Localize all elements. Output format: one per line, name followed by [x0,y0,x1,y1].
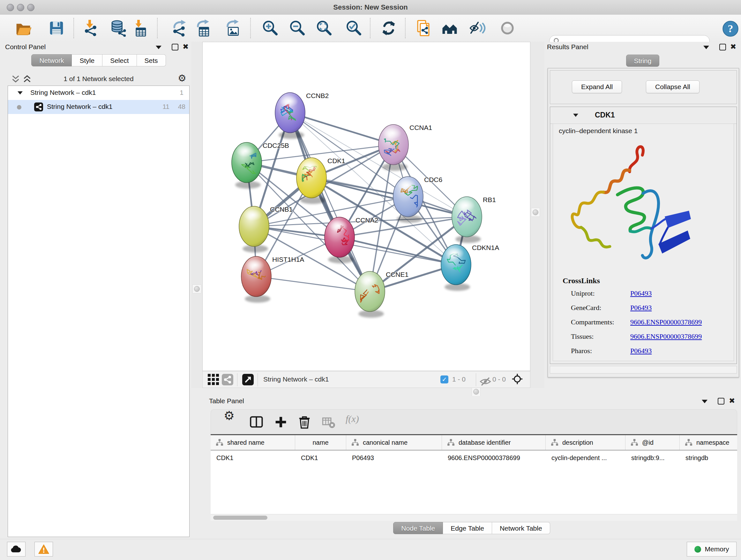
column-header[interactable]: canonical name [346,435,442,450]
crosslink-link[interactable]: 9606.ENSP00000378699 [630,318,702,326]
cell-shared-name[interactable]: CDK1 [211,450,295,465]
import-table-icon[interactable] [131,19,148,37]
cloud-button[interactable] [7,542,25,557]
panel-menu-icon[interactable] [703,46,709,49]
network-node-RB1[interactable] [452,197,482,243]
tab-edge-table[interactable]: Edge Table [443,522,492,534]
network-node-CDC25B[interactable] [232,142,262,189]
tab-network[interactable]: Network [31,54,72,66]
network-node-CCNB2[interactable] [275,92,305,139]
warnings-button[interactable] [35,542,53,557]
crosslink-link[interactable]: P06493 [630,289,652,298]
column-header[interactable]: @id [625,435,680,450]
import-network-file-icon[interactable] [82,19,99,37]
collapse-triangle-icon[interactable] [17,91,23,95]
network-node-HIST1H1A[interactable] [241,256,271,303]
zoom-in-icon[interactable] [261,19,279,37]
panel-float-icon[interactable] [718,398,724,405]
crosslink-link[interactable]: 9606.ENSP00000378699 [630,332,702,341]
tab-network-table[interactable]: Network Table [492,522,550,534]
table-row[interactable]: CDK1 CDK1 P06493 9606.ENSP00000378699 cy… [211,450,737,465]
help-icon[interactable]: ? [722,20,738,36]
zoom-selected-icon[interactable] [345,19,362,37]
birdseye-crosshair-icon[interactable] [512,373,524,386]
column-header[interactable]: shared name [211,435,295,450]
cell-id[interactable]: stringdb:9... [625,450,680,465]
export-table-icon[interactable] [195,19,212,37]
panel-menu-icon[interactable] [156,46,161,49]
scrollbar-thumb[interactable] [213,516,267,520]
save-session-icon[interactable] [48,19,65,37]
collapse-triangle-icon[interactable] [573,114,578,117]
crosslink-row: Tissues: 9606.ENSP00000378699 [571,332,594,341]
toolbar-separator [73,18,74,38]
panel-float-icon[interactable] [719,44,726,51]
zoom-out-icon[interactable] [288,19,306,37]
network-node-CCNB1[interactable] [239,206,269,253]
splitter-handle[interactable] [531,208,540,217]
tab-select[interactable]: Select [103,54,137,66]
export-image-icon[interactable] [225,19,242,37]
panel-close-icon[interactable]: ✖ [729,396,735,405]
memory-button[interactable]: Memory [687,542,737,557]
add-column-icon[interactable] [274,415,287,429]
copy-session-icon[interactable] [415,19,432,37]
open-folder-icon[interactable] [15,19,32,37]
network-collection-row[interactable]: String Network – cdk1 1 [8,86,189,100]
refresh-icon[interactable] [380,19,397,37]
column-header[interactable]: database identifier [442,435,546,450]
zoom-fit-icon[interactable] [315,19,333,37]
table-panel-header: Table Panel ✖ [202,396,741,407]
cell-description[interactable]: cyclin-dependent ... [546,450,625,465]
splitter-handle[interactable] [472,387,481,396]
crosslink-label: Compartments: [571,318,614,326]
network-canvas[interactable]: CCNB2CCNA1CDC25BCDK1CDC6RB1CCNB1CCNA2CDK… [202,42,530,371]
panel-float-icon[interactable] [172,44,179,51]
panel-close-icon[interactable]: ✖ [183,42,189,51]
home-icon[interactable] [441,19,458,37]
network-edge[interactable] [256,276,370,292]
network-icon [34,103,43,111]
cell-canonical-name[interactable]: P06493 [346,450,442,465]
export-network-icon[interactable] [171,19,188,37]
import-network-database-icon[interactable] [109,19,126,37]
table-horizontal-scrollbar[interactable] [211,514,737,521]
panel-menu-icon[interactable] [702,400,708,403]
network-edge[interactable] [340,237,456,265]
expand-all-button[interactable]: Expand All [572,80,622,93]
right-splitter[interactable] [530,42,544,388]
network-options-gear-icon[interactable]: ⚙ [178,73,186,83]
column-header[interactable]: namespace [680,435,737,450]
network-row-selected[interactable]: String Network – cdk1 11 48 [8,100,189,114]
tab-node-table[interactable]: Node Table [393,522,443,534]
selected-checkbox-icon[interactable]: ✓ [441,375,448,383]
table-gear-icon[interactable]: ⚙ [224,411,237,424]
show-columns-icon[interactable] [250,415,263,429]
cell-database-identifier[interactable]: 9606.ENSP00000378699 [442,450,546,465]
cell-namespace[interactable]: stringdb [680,450,737,465]
crosslink-link[interactable]: P06493 [630,347,652,355]
tab-string[interactable]: String [626,55,660,67]
splitter-handle[interactable] [192,285,201,294]
protein-section-header[interactable]: CDK1 [550,107,737,124]
column-header[interactable]: description [546,435,625,450]
results-scrollbar[interactable] [550,366,737,374]
network-edge[interactable] [290,113,394,145]
tab-style[interactable]: Style [72,54,103,66]
detach-view-icon[interactable] [242,374,254,385]
network-node-CDKN1A[interactable] [441,245,471,291]
network-node-CDC6[interactable] [393,177,423,223]
column-header[interactable]: name [295,435,346,450]
tab-sets[interactable]: Sets [137,54,166,66]
collapse-all-button[interactable]: Collapse All [646,80,699,93]
horizontal-splitter[interactable] [192,388,741,396]
delete-column-icon[interactable] [298,415,311,429]
crosslink-link[interactable]: P06493 [630,304,652,312]
hide-unhide-icon[interactable] [469,19,486,37]
left-splitter[interactable] [192,42,202,388]
crosslink-row: Pharos: P06493 [571,347,592,355]
network-node-CCNE1[interactable] [355,271,385,318]
cell-name[interactable]: CDK1 [295,450,346,465]
panel-close-icon[interactable]: ✖ [730,42,736,51]
grid-view-icon[interactable] [208,374,219,385]
